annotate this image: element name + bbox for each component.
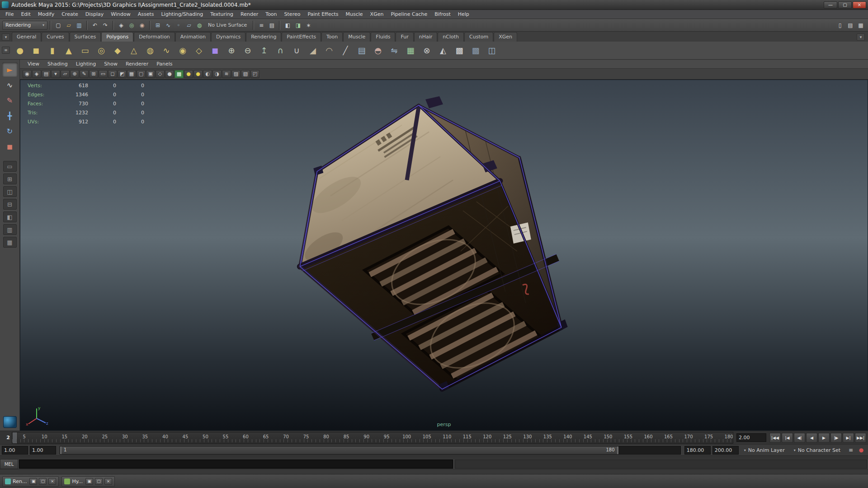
- viewport-canvas[interactable]: [20, 80, 868, 430]
- image-plane-icon[interactable]: ▱: [61, 70, 70, 78]
- step-back-frame-button[interactable]: |◀: [782, 433, 793, 443]
- shelf-tab[interactable]: Surfaces: [70, 32, 101, 42]
- resolution-gate-icon[interactable]: ◻: [108, 70, 117, 78]
- maximize-button[interactable]: ▢: [95, 478, 103, 485]
- auto-keyframe-icon[interactable]: ●: [856, 446, 866, 455]
- panel-menu-item[interactable]: Lighting: [72, 60, 100, 68]
- poly-cube-icon[interactable]: ◼: [28, 43, 44, 58]
- interactive-creation-icon[interactable]: ◼: [208, 43, 223, 58]
- scale-tool[interactable]: ◼: [2, 139, 18, 154]
- shelf-tab[interactable]: nHair: [414, 32, 438, 42]
- motion-blur-icon[interactable]: ≋: [222, 70, 231, 78]
- viewport[interactable]: Verts: 618 0 0 Edges: 1346 0 0 Faces: 73…: [20, 80, 868, 431]
- menu-item[interactable]: Lighting/Shading: [157, 10, 207, 18]
- construction-history-icon[interactable]: ≡: [256, 21, 266, 30]
- multi-cut-icon[interactable]: ╱: [338, 43, 353, 58]
- menu-item[interactable]: Muscle: [342, 10, 367, 18]
- shelf-tab[interactable]: PaintEffects: [282, 32, 321, 42]
- step-forward-frame-button[interactable]: ▶|: [843, 433, 854, 443]
- poly-torus-icon[interactable]: ◎: [94, 43, 109, 58]
- render-settings-icon[interactable]: ∗: [303, 21, 313, 30]
- rotate-tool[interactable]: ↻: [2, 124, 18, 138]
- boolean-icon[interactable]: ⊗: [419, 43, 434, 58]
- smooth-shade-icon[interactable]: ●: [165, 70, 174, 78]
- character-set-selector[interactable]: ▾ No Character Set: [790, 447, 844, 453]
- minimize-button[interactable]: —: [824, 1, 837, 9]
- play-forwards-button[interactable]: ▶: [818, 433, 830, 443]
- menu-item[interactable]: Paint Effects: [304, 10, 342, 18]
- panel-menu-item[interactable]: Shading: [43, 60, 72, 68]
- use-default-material-icon[interactable]: ●: [184, 70, 193, 78]
- taskbar-item-hypershade[interactable]: Hy... ▣ ▢ ×: [61, 476, 115, 487]
- anim-layer-selector[interactable]: ▾ No Anim Layer: [741, 447, 788, 453]
- film-gate-icon[interactable]: ▭: [99, 70, 108, 78]
- snap-to-plane-icon[interactable]: ▱: [184, 21, 194, 30]
- poly-sphere-icon[interactable]: ●: [12, 43, 28, 58]
- poly-pyramid-icon[interactable]: △: [126, 43, 142, 58]
- menu-item[interactable]: Render: [237, 10, 262, 18]
- sculpt-icon[interactable]: ◓: [370, 43, 386, 58]
- taskbar-item-render-view[interactable]: Ren... ▣ ▢ ×: [2, 476, 59, 487]
- open-scene-icon[interactable]: ▱: [64, 21, 74, 30]
- layout-two-side-by-side[interactable]: ◫: [3, 186, 17, 197]
- lasso-tool[interactable]: ∿: [2, 78, 18, 92]
- shelf-tabs-menu-icon[interactable]: ▾: [2, 33, 10, 41]
- shelf-tab[interactable]: Dynamics: [211, 32, 245, 42]
- current-frame-indicator[interactable]: [13, 432, 17, 443]
- shelf-tab[interactable]: XGen: [494, 32, 517, 42]
- grid-icon[interactable]: ⊞: [89, 70, 98, 78]
- ipr-render-icon[interactable]: ◨: [293, 21, 303, 30]
- menu-item[interactable]: XGen: [367, 10, 387, 18]
- camera-attributes-icon[interactable]: ▤: [42, 70, 51, 78]
- layout-hypershade-persp[interactable]: ▦: [3, 237, 17, 248]
- poly-pipe-icon[interactable]: ◍: [142, 43, 158, 58]
- shelf-options-icon[interactable]: ▾: [857, 33, 865, 41]
- select-tool[interactable]: ►: [2, 62, 18, 77]
- shelf-tab[interactable]: Toon: [321, 32, 343, 42]
- menu-item[interactable]: File: [2, 10, 17, 18]
- shelf-tab[interactable]: General: [12, 32, 41, 42]
- menu-item[interactable]: Display: [82, 10, 108, 18]
- layout-four-view[interactable]: ⊞: [3, 174, 17, 184]
- play-backwards-button[interactable]: ◀: [806, 433, 817, 443]
- command-line-result[interactable]: [455, 460, 867, 469]
- snap-to-grid-icon[interactable]: ⊞: [153, 21, 163, 30]
- move-tool[interactable]: ╋: [2, 108, 18, 123]
- paint-selection-tool[interactable]: ✎: [2, 93, 18, 108]
- layout-outliner-persp[interactable]: ▥: [3, 224, 17, 235]
- uv-checker-dark-icon[interactable]: ▩: [468, 43, 483, 58]
- combine-icon[interactable]: ⊕: [224, 43, 239, 58]
- poly-soccerball-icon[interactable]: ◉: [175, 43, 190, 58]
- crease-icon[interactable]: ◭: [435, 43, 451, 58]
- maximize-button[interactable]: ▢: [838, 1, 852, 9]
- poly-cylinder-icon[interactable]: ▮: [45, 43, 60, 58]
- smooth-icon[interactable]: ◠: [321, 43, 337, 58]
- safe-action-icon[interactable]: ▢: [137, 70, 146, 78]
- lighting-icon[interactable]: ●: [193, 70, 203, 78]
- poly-platonic-icon[interactable]: ◇: [191, 43, 207, 58]
- shelf-tab[interactable]: Rendering: [246, 32, 281, 42]
- poly-helix-icon[interactable]: ∿: [159, 43, 174, 58]
- shelf-tab[interactable]: nCloth: [438, 32, 464, 42]
- screen-space-ao-icon[interactable]: ◑: [212, 70, 222, 78]
- menu-item[interactable]: Bifrost: [431, 10, 454, 18]
- new-scene-icon[interactable]: ▢: [53, 21, 63, 30]
- insert-edge-loop-icon[interactable]: ▤: [354, 43, 369, 58]
- undo-icon[interactable]: ↶: [90, 21, 100, 30]
- two-d-pan-zoom-icon[interactable]: ⊕: [70, 70, 79, 78]
- layout-two-stacked[interactable]: ⊟: [3, 199, 17, 210]
- menu-item[interactable]: Pipeline Cache: [387, 10, 431, 18]
- render-current-frame-icon[interactable]: ◧: [283, 21, 292, 30]
- channel-box-toggle-icon[interactable]: ▦: [856, 21, 866, 30]
- bookmarks-icon[interactable]: ▾: [51, 70, 60, 78]
- wireframe-display-icon[interactable]: ◇: [156, 70, 165, 78]
- restore-button[interactable]: ▣: [85, 478, 93, 485]
- command-line-language-button[interactable]: MEL: [0, 459, 18, 469]
- uv-checker-icon[interactable]: ▩: [452, 43, 467, 58]
- menu-set-selector[interactable]: Rendering ▾: [2, 21, 47, 30]
- close-button[interactable]: ×: [48, 478, 56, 485]
- separate-icon[interactable]: ⊖: [240, 43, 255, 58]
- grease-pencil-icon[interactable]: ✎: [80, 70, 89, 78]
- menu-item[interactable]: Assets: [134, 10, 158, 18]
- go-to-end-button[interactable]: ▶▶|: [855, 433, 866, 443]
